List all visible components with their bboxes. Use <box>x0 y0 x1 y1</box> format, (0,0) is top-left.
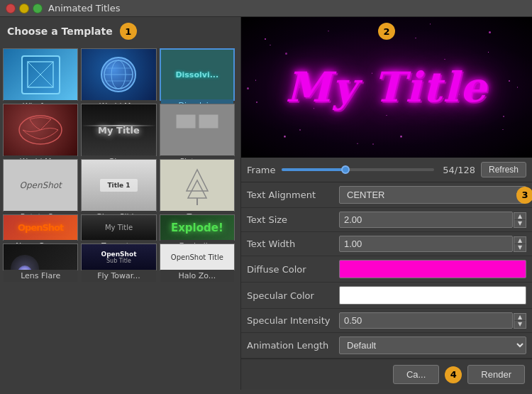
glare-text: My Title <box>98 125 140 136</box>
maximize-button[interactable] <box>33 4 43 13</box>
template-item-glassslider[interactable]: Title 1 Glass Slider <box>81 159 156 212</box>
render-button[interactable]: Render <box>467 365 525 384</box>
setting-row-textsize: Text Size ▲ ▼ <box>241 208 532 232</box>
setting-label-textwidth: Text Width <box>247 239 339 249</box>
badge-2: 2 <box>378 23 395 40</box>
textwidth-up[interactable]: ▲ <box>514 237 526 245</box>
frame-count: 54/128 <box>440 165 475 175</box>
svg-rect-10 <box>199 114 218 128</box>
svg-rect-9 <box>176 114 196 128</box>
cancel-button[interactable]: Ca... <box>393 365 439 384</box>
setting-row-textwidth: Text Width ▲ ▼ <box>241 232 532 256</box>
specularintensity-down[interactable]: ▼ <box>514 321 526 328</box>
template-item-wireframe[interactable]: Wirefra... <box>3 48 78 101</box>
rotate-text: OpenShot <box>20 180 62 190</box>
template-grid-wrapper[interactable]: Wirefra... <box>0 45 240 390</box>
template-item-worldmap[interactable]: World Map <box>3 104 78 156</box>
specularintensity-input[interactable] <box>339 312 513 329</box>
template-item-zoom[interactable]: My Title Zoom t... <box>81 214 156 241</box>
template-item-rotate3[interactable]: OpenShot Rotate 3... <box>3 159 78 212</box>
panel-title: Choose a Template <box>7 26 113 37</box>
textsize-spinner[interactable]: ▲ ▼ <box>514 212 526 228</box>
specular-container <box>339 286 526 305</box>
dissolve-text: Dissolvi... <box>175 70 218 80</box>
setting-row-alignment: Text Alignment CENTER LEFT RIGHT 3 <box>241 182 532 208</box>
frame-slider-fill <box>282 168 345 171</box>
badge-1: 1 <box>120 23 137 40</box>
setting-row-diffuse: Diffuse Color <box>241 256 532 283</box>
setting-label-diffuse: Diffuse Color <box>247 264 339 275</box>
template-item-world[interactable]: World M... <box>81 48 156 101</box>
template-label: Lens Flare <box>4 270 77 282</box>
setting-row-animlength: Animation Length Default Short Long <box>241 333 532 359</box>
diffuse-container <box>339 260 526 278</box>
template-item-flytoward[interactable]: OpenShot Sub Title Fly Towar... <box>81 243 156 270</box>
setting-row-specular: Specular Color <box>241 283 532 309</box>
setting-label-textsize: Text Size <box>247 214 339 225</box>
diffuse-color-swatch[interactable] <box>339 260 526 278</box>
explode-text: Explode! <box>171 221 223 234</box>
textwidth-input[interactable] <box>339 236 513 252</box>
template-item-trees[interactable]: Trees <box>160 159 235 212</box>
textsize-down[interactable]: ▼ <box>514 220 526 227</box>
frame-row: Frame 54/128 Refresh <box>241 158 532 182</box>
right-panel: My Title 2 Frame 54/128 Refresh Text Ali… <box>241 17 532 390</box>
svg-rect-11 <box>176 131 218 133</box>
template-label: Fly Towar... <box>82 270 155 282</box>
textwidth-container: ▲ ▼ <box>339 236 526 252</box>
controls-area: Frame 54/128 Refresh Text Alignment CENT… <box>241 158 532 359</box>
frame-slider-thumb <box>341 165 350 174</box>
textwidth-spinner[interactable]: ▲ ▼ <box>514 236 526 252</box>
alignment-container: CENTER LEFT RIGHT <box>339 186 526 204</box>
setting-row-specularintensity: Specular Intensity ▲ ▼ <box>241 309 532 333</box>
glass-title-text: Title 1 <box>107 182 130 189</box>
textsize-input[interactable] <box>339 212 513 228</box>
preview-area: My Title 2 <box>241 17 532 158</box>
animlength-select[interactable]: Default Short Long <box>339 336 526 354</box>
window-controls[interactable] <box>6 4 43 13</box>
template-item-halozoom[interactable]: OpenShot Title Halo Zo... <box>160 243 235 270</box>
left-panel: Choose a Template 1 <box>0 17 241 390</box>
template-label: Halo Zo... <box>160 270 234 282</box>
template-item-picture[interactable]: Picture... <box>160 104 235 156</box>
bottom-bar: Ca... 4 Render <box>241 359 532 390</box>
preview-title: My Title <box>285 63 487 111</box>
template-item-neoncurves[interactable]: OpenShot Neon Curves <box>3 214 78 241</box>
setting-label-alignment: Text Alignment <box>247 190 339 200</box>
alignment-select[interactable]: CENTER LEFT RIGHT <box>339 186 526 204</box>
halozoom-text: OpenShot Title <box>171 253 223 261</box>
setting-label-animlength: Animation Length <box>247 340 339 351</box>
window-title: Animated Titles <box>48 3 121 13</box>
textwidth-down[interactable]: ▼ <box>514 244 526 251</box>
template-item-dissolve[interactable]: Dissolvi... Dissolvi... <box>160 48 235 101</box>
frame-slider[interactable] <box>282 168 434 171</box>
minimize-button[interactable] <box>19 4 29 13</box>
animlength-container: Default Short Long <box>339 336 526 354</box>
specular-color-swatch[interactable] <box>339 286 526 305</box>
close-button[interactable] <box>6 4 16 13</box>
title-bar: Animated Titles <box>0 0 532 17</box>
panel-header: Choose a Template 1 <box>0 17 240 45</box>
frame-label: Frame <box>247 165 276 175</box>
template-item-lensflare[interactable]: Lens Flare <box>3 243 78 270</box>
flytoward-content: OpenShot Sub Title <box>101 251 137 264</box>
main-content: Choose a Template 1 <box>0 17 532 390</box>
badge-4: 4 <box>445 366 462 383</box>
neon-openshot-text: OpenShot <box>18 222 63 233</box>
template-item-explode[interactable]: Explode! Explodi... <box>160 214 235 241</box>
refresh-button[interactable]: Refresh <box>481 162 526 177</box>
specularintensity-up[interactable]: ▲ <box>514 314 526 322</box>
badge-3: 3 <box>516 187 532 204</box>
settings-table: Text Alignment CENTER LEFT RIGHT 3 Text … <box>241 182 532 359</box>
textsize-container: ▲ ▼ <box>339 212 526 228</box>
zoom-text: My Title <box>105 224 133 231</box>
setting-label-specularintensity: Specular Intensity <box>247 315 339 326</box>
specularintensity-spinner[interactable]: ▲ ▼ <box>514 313 526 329</box>
specularintensity-container: ▲ ▼ <box>339 312 526 329</box>
template-item-glare[interactable]: My Title Glare <box>81 104 156 156</box>
template-grid: Wirefra... <box>3 48 238 270</box>
setting-label-specular: Specular Color <box>247 290 339 301</box>
textsize-up[interactable]: ▲ <box>514 213 526 221</box>
